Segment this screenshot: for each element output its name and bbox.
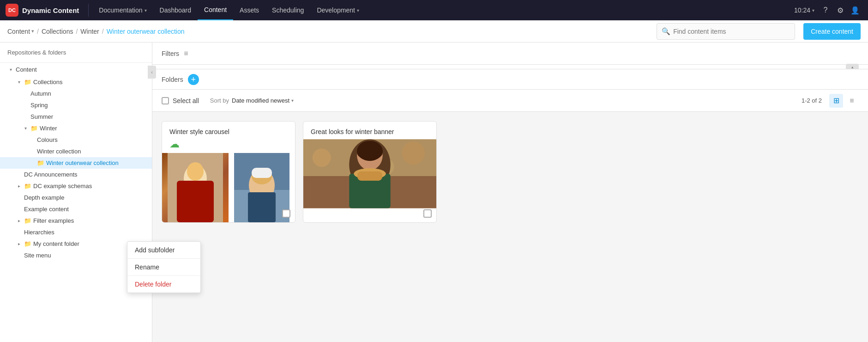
breadcrumb-sep-1: /	[37, 28, 39, 35]
nav-item-documentation[interactable]: Documentation ▾	[92, 0, 153, 20]
card-title: Great looks for winter banner	[311, 128, 429, 135]
search-icon: 🔍	[662, 27, 670, 36]
breadcrumb-winter[interactable]: Winter	[80, 28, 99, 35]
sidebar-item-hierarchies[interactable]: Hierarchies	[0, 226, 152, 238]
sidebar-item-autumn[interactable]: Autumn	[0, 88, 152, 99]
sort-value-selector[interactable]: Date modified newest ▾	[232, 97, 294, 104]
context-menu-item-delete-folder[interactable]: Delete folder	[127, 276, 200, 293]
expand-icon: ▸	[16, 183, 22, 189]
sidebar-item-winter-outerwear[interactable]: 📁 Winter outerwear collection	[0, 157, 152, 169]
help-button[interactable]: ?	[818, 3, 833, 18]
svg-rect-10	[248, 192, 276, 222]
card-checkbox[interactable]	[423, 209, 432, 218]
filters-bar: Filters ≡	[152, 43, 868, 65]
context-menu-item-rename[interactable]: Rename	[127, 259, 200, 275]
sidebar-item-example-content[interactable]: Example content	[0, 203, 152, 215]
breadcrumb-winter-outerwear[interactable]: Winter outerwear collection	[107, 28, 185, 35]
card-image-left	[162, 153, 229, 222]
nav-item-scheduling[interactable]: Scheduling	[265, 0, 310, 20]
sidebar-item-dc-announcements[interactable]: DC Announcements	[0, 169, 152, 180]
sidebar-item-label: Summer	[30, 113, 53, 120]
card-image-full	[303, 139, 436, 208]
top-nav: DC Dynamic Content Documentation ▾ Dashb…	[0, 0, 868, 20]
sidebar-header: Repositories & folders	[0, 43, 152, 63]
card-checkbox[interactable]	[282, 209, 290, 218]
sidebar-item-label: Autumn	[30, 90, 51, 97]
sidebar-item-colours[interactable]: Colours	[0, 134, 152, 146]
cloud-icon: ☁	[169, 138, 288, 150]
nav-item-dashboard[interactable]: Dashboard	[153, 0, 198, 20]
sidebar-item-content[interactable]: ▾ Content	[0, 63, 152, 76]
svg-point-14	[313, 148, 331, 167]
breadcrumb-bar: Content ▾ / Collections / Winter / Winte…	[0, 20, 868, 43]
card-winter-style-carousel[interactable]: Winter style carousel ☁	[162, 121, 295, 223]
sidebar-item-label: Spring	[30, 102, 48, 109]
breadcrumb-content[interactable]: Content ▾	[7, 28, 34, 35]
app-name: Dynamic Content	[22, 6, 79, 14]
sidebar-item-label: DC Announcements	[24, 171, 78, 178]
folder-icon: 📁	[30, 125, 38, 132]
filter-icon: ≡	[184, 49, 188, 58]
breadcrumb-collections[interactable]: Collections	[42, 28, 73, 35]
create-content-button[interactable]: Create content	[803, 23, 861, 40]
folders-label: Folders	[162, 76, 183, 83]
sidebar-item-winter-collection[interactable]: Winter collection	[0, 146, 152, 157]
time-dropdown-icon[interactable]: ▾	[812, 8, 814, 13]
sidebar-item-label: Hierarchies	[24, 229, 54, 236]
expand-icon: ▸	[16, 218, 22, 224]
expand-winter-icon: ▾	[22, 125, 29, 132]
folder-icon: 📁	[24, 183, 31, 189]
nav-item-content[interactable]: Content	[198, 0, 233, 20]
sidebar-item-label: Collections	[33, 79, 63, 86]
svg-point-15	[402, 141, 425, 165]
sidebar-item-summer[interactable]: Summer	[0, 111, 152, 122]
sidebar-item-depth-example[interactable]: Depth example	[0, 192, 152, 203]
nav-item-assets[interactable]: Assets	[233, 0, 265, 20]
context-menu-item-add-subfolder[interactable]: Add subfolder	[127, 242, 200, 258]
sidebar-item-spring[interactable]: Spring	[0, 99, 152, 111]
expand-icon: ▸	[16, 241, 22, 247]
view-buttons: ⊞ ≡	[829, 94, 859, 108]
breadcrumb-dropdown-icon[interactable]: ▾	[31, 28, 34, 34]
svg-rect-23	[357, 146, 383, 158]
folder-icon: 📁	[24, 217, 31, 224]
app-logo[interactable]: DC Dynamic Content	[6, 4, 89, 17]
sidebar-item-dc-example-schemas[interactable]: ▸ 📁 DC example schemas	[0, 180, 152, 192]
svg-rect-21	[357, 171, 382, 181]
collapse-sidebar-button[interactable]: ‹	[148, 66, 156, 79]
folder-icon: 📁	[24, 240, 31, 247]
sidebar-item-label: Winter collection	[37, 148, 81, 155]
sidebar-item-winter[interactable]: ▾ 📁 Winter	[0, 122, 152, 134]
sidebar-item-label: Depth example	[24, 194, 64, 201]
expand-collections-icon: ▾	[16, 79, 22, 86]
select-all-label[interactable]: Select all	[173, 97, 199, 104]
card-title: Winter style carousel	[169, 128, 288, 135]
sidebar-item-label: Colours	[37, 136, 58, 143]
card-great-looks-winter-banner[interactable]: Great looks for winter banner	[303, 121, 437, 223]
add-folder-button[interactable]: +	[188, 74, 199, 85]
select-all-checkbox[interactable]	[162, 97, 169, 104]
chevron-down-icon: ▾	[357, 8, 359, 13]
svg-rect-4	[177, 181, 214, 222]
sidebar-item-label: Content	[16, 66, 37, 73]
sidebar-item-label: Example content	[24, 206, 69, 213]
sidebar-item-filter-examples[interactable]: ▸ 📁 Filter examples	[0, 215, 152, 226]
list-view-button[interactable]: ≡	[845, 94, 859, 108]
sidebar-item-label: Winter outerwear collection	[46, 159, 119, 166]
sidebar: Repositories & folders ▾ Content ▾ 📁 Col…	[0, 43, 152, 342]
filters-label: Filters	[162, 50, 179, 57]
user-button[interactable]: 👤	[848, 3, 862, 18]
sidebar-item-label: DC example schemas	[33, 183, 92, 189]
pagination-label: 1-2 of 2	[802, 97, 822, 104]
sidebar-item-collections[interactable]: ▾ 📁 Collections	[0, 76, 152, 88]
settings-button[interactable]: ⚙	[833, 3, 848, 18]
folder-icon: 📁	[24, 79, 31, 86]
folder-icon-blue: 📁	[37, 159, 44, 166]
search-input[interactable]	[673, 28, 790, 35]
nav-time: 10:24 ▾	[794, 6, 814, 14]
toolbar: Select all Sort by Date modified newest …	[152, 90, 868, 112]
grid-view-button[interactable]: ⊞	[829, 94, 843, 108]
sidebar-item-label: Filter examples	[33, 217, 74, 224]
nav-item-development[interactable]: Development ▾	[310, 0, 366, 20]
context-menu: Add subfolder Rename Delete folder	[127, 241, 201, 293]
